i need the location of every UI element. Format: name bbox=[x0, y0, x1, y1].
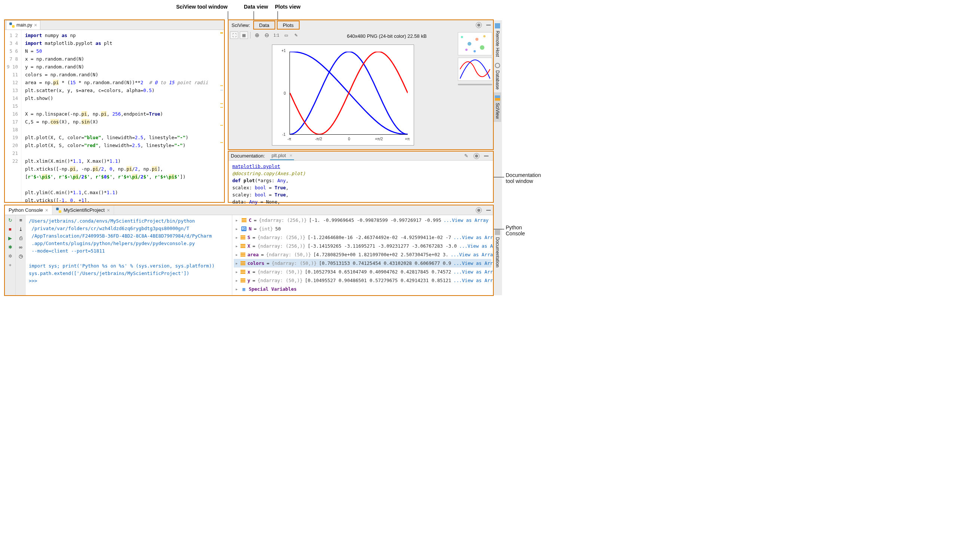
settings-icon[interactable]: ✲ bbox=[7, 253, 13, 259]
plot-svg bbox=[290, 52, 408, 134]
tool-documentation[interactable]: Documentation bbox=[494, 227, 501, 271]
ext-console-label: Python Console bbox=[506, 224, 525, 236]
variable-row[interactable]: ▸area = {ndarray: (50,)} [4.72808259e+00… bbox=[234, 250, 492, 259]
console-variables[interactable]: ▸C = {ndarray: (256,)} [-1. -0.99969645 … bbox=[232, 215, 493, 295]
stop-icon[interactable]: ■ bbox=[7, 226, 13, 232]
debug-icon[interactable]: ✱ bbox=[7, 244, 13, 250]
plot-image: +1 0 -1 -π -π/2 0 +π/2 +π bbox=[272, 45, 414, 146]
close-icon[interactable]: × bbox=[45, 207, 48, 213]
code-area[interactable]: import numpy as np import matplotlib.pyp… bbox=[21, 30, 219, 202]
grid-icon[interactable]: ▦ bbox=[240, 32, 248, 39]
xtick: +π bbox=[405, 137, 410, 141]
annot-line bbox=[278, 11, 278, 19]
scroll-to-end-icon[interactable]: ⤓ bbox=[18, 226, 24, 232]
editor-body[interactable]: 1 2 3 4 5 6 7 8 9 10 11 12 13 14 15 16 1… bbox=[5, 30, 224, 202]
variable-row[interactable]: ▸y = {ndarray: (50,)} [0.10495527 0.9048… bbox=[234, 276, 492, 285]
documentation-panel: Documentation: plt.plot × ✎ matplotlib.p… bbox=[228, 151, 494, 203]
right-tool-strip: Remote Host Database SciView Documentati… bbox=[494, 20, 502, 295]
gear-icon[interactable] bbox=[474, 153, 479, 159]
console-tab-python[interactable]: Python Console × bbox=[5, 205, 52, 215]
svg-point-6 bbox=[483, 35, 485, 37]
minimize-icon[interactable] bbox=[484, 156, 488, 156]
editor-tab-bar: main.py × bbox=[5, 20, 224, 30]
code-editor-panel: main.py × 1 2 3 4 5 6 7 8 9 10 11 12 13 … bbox=[4, 19, 225, 203]
plot-thumbnail[interactable]: × bbox=[458, 57, 492, 81]
documentation-header: Documentation: plt.plot × ✎ bbox=[229, 151, 493, 161]
zoom-out-icon[interactable]: ⊖ bbox=[262, 32, 271, 39]
documentation-body[interactable]: matplotlib.pyplot@docstring.copy(Axes.pl… bbox=[229, 161, 493, 208]
close-icon[interactable]: × bbox=[34, 22, 37, 28]
remote-host-icon bbox=[495, 23, 500, 29]
scatter-thumb-icon bbox=[458, 33, 492, 55]
sciview-tab-plots[interactable]: Plots bbox=[277, 21, 300, 30]
tool-remote-host[interactable]: Remote Host bbox=[494, 20, 501, 60]
editor-tab-main-py[interactable]: main.py × bbox=[6, 20, 40, 30]
variable-row[interactable]: ▸x = {ndarray: (50,)} [0.10527934 0.6510… bbox=[234, 267, 492, 276]
history-icon[interactable]: ◷ bbox=[18, 253, 24, 259]
plot-thumbnail[interactable]: × bbox=[458, 32, 492, 56]
variable-row[interactable]: ▸S = {ndarray: (256,)} [-1.22464680e-16 … bbox=[234, 233, 492, 242]
plot-canvas[interactable]: +1 0 -1 -π -π/2 0 +π/2 +π bbox=[229, 40, 457, 149]
toggle-soft-wrap-icon[interactable]: ≡ bbox=[18, 216, 24, 223]
variable-row[interactable]: ▸▦Special Variables bbox=[234, 285, 492, 293]
documentation-title: Documentation: bbox=[231, 153, 265, 159]
gear-icon[interactable] bbox=[476, 207, 482, 213]
annot-line bbox=[228, 11, 228, 19]
export-icon[interactable]: ▭ bbox=[282, 32, 290, 39]
tool-sciview[interactable]: SciView bbox=[494, 92, 501, 122]
annot-plots-view: Plots view bbox=[275, 4, 301, 10]
fit-to-window-icon[interactable]: ⛶ bbox=[230, 32, 238, 39]
ext-doc-label: Documentation tool window bbox=[506, 172, 541, 184]
annot-data-view: Data view bbox=[244, 4, 268, 10]
console-output[interactable]: /Users/jetbrains/.conda/envs/MyScientifi… bbox=[26, 215, 232, 295]
zoom-11-button[interactable]: 1:1 bbox=[272, 32, 280, 39]
svg-point-5 bbox=[474, 50, 476, 53]
svg-point-4 bbox=[465, 49, 468, 51]
svg-point-3 bbox=[480, 45, 484, 50]
zoom-in-icon[interactable]: ⊕ bbox=[253, 32, 261, 39]
python-file-icon bbox=[10, 22, 14, 28]
sciview-label: SciView: bbox=[229, 22, 253, 28]
tool-database[interactable]: Database bbox=[494, 60, 501, 92]
close-icon[interactable]: × bbox=[107, 207, 110, 213]
color-picker-icon[interactable]: ✎ bbox=[292, 32, 300, 39]
ytick: +1 bbox=[282, 49, 286, 53]
close-icon[interactable]: × bbox=[290, 153, 293, 158]
rerun-icon[interactable]: ↻ bbox=[7, 216, 13, 223]
variable-row[interactable]: ▸colors = {ndarray: (50,)} [0.70513153 0… bbox=[234, 259, 492, 267]
image-info-label: 640x480 PNG (24-bit color) 22.58 kB bbox=[301, 32, 457, 39]
documentation-tab[interactable]: plt.plot × bbox=[270, 151, 294, 160]
show-vars-icon[interactable]: ∞ bbox=[18, 244, 24, 250]
variable-row[interactable]: ▸01N = {int} 50 bbox=[234, 224, 492, 233]
doc-icon bbox=[495, 230, 500, 235]
python-file-icon bbox=[56, 208, 61, 213]
svg-point-1 bbox=[468, 42, 471, 46]
annot-line bbox=[494, 229, 504, 229]
sciview-header: SciView: Data Plots bbox=[228, 19, 494, 30]
variable-row[interactable]: ▸X = {ndarray: (256,)} [-3.14159265 -3.1… bbox=[234, 242, 492, 250]
add-icon[interactable]: + bbox=[7, 261, 13, 268]
console-tab-project[interactable]: MyScientificProject × bbox=[52, 205, 114, 215]
minimize-icon[interactable] bbox=[486, 210, 491, 211]
sciview-icon bbox=[495, 96, 500, 101]
run-icon[interactable]: ▶ bbox=[7, 235, 13, 241]
svg-point-2 bbox=[476, 38, 479, 41]
ytick: -1 bbox=[282, 132, 286, 137]
sciview-plot-panel: ⛶ ▦ ⊕ ⊖ 1:1 ▭ ✎ 640x480 PNG (24-bit colo… bbox=[228, 30, 494, 150]
ytick: 0 bbox=[284, 91, 286, 96]
xtick: -π bbox=[288, 137, 291, 141]
thumbnail-scrollbar[interactable] bbox=[458, 84, 492, 85]
database-icon bbox=[495, 63, 500, 68]
xtick: -π/2 bbox=[315, 137, 323, 141]
print-icon[interactable]: ⎙ bbox=[18, 235, 24, 241]
plot-toolbar: ⛶ ▦ ⊕ ⊖ 1:1 ▭ ✎ 640x480 PNG (24-bit colo… bbox=[229, 30, 457, 40]
variable-row[interactable]: ▸C = {ndarray: (256,)} [-1. -0.99969645 … bbox=[234, 216, 492, 224]
error-stripe[interactable] bbox=[219, 30, 224, 202]
python-console-panel: Python Console × MyScientificProject × ↻… bbox=[4, 205, 494, 296]
edit-icon[interactable]: ✎ bbox=[464, 153, 468, 159]
annot-sciview-window: SciView tool window bbox=[176, 4, 228, 10]
gear-icon[interactable] bbox=[476, 22, 482, 28]
annot-line bbox=[254, 11, 254, 19]
minimize-icon[interactable] bbox=[486, 25, 491, 25]
sciview-tab-data[interactable]: Data bbox=[253, 21, 275, 30]
